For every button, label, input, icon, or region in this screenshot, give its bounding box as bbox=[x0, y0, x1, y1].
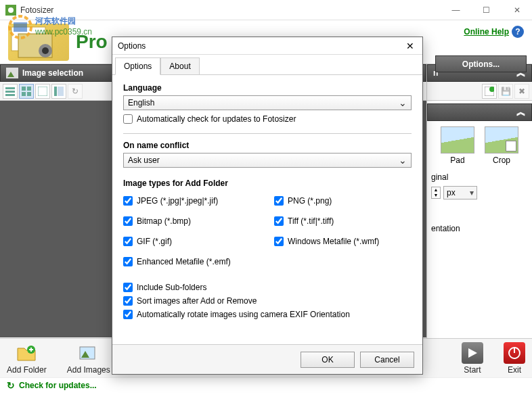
refresh-button[interactable]: ↻ bbox=[68, 84, 83, 99]
conflict-heading: On name conflict bbox=[123, 141, 412, 150]
svg-rect-20 bbox=[54, 87, 57, 96]
mode-thumbs: Pad Crop bbox=[427, 121, 532, 170]
check-updates-link[interactable]: Check for updates... bbox=[19, 381, 97, 390]
type-bitmap-checkbox[interactable]: Bitmap (*.bmp) bbox=[123, 216, 261, 226]
type-png-checkbox[interactable]: PNG (*.png) bbox=[274, 196, 412, 206]
close-button[interactable]: ✕ bbox=[502, 0, 532, 20]
sort-after-checkbox[interactable]: Sort images after Add or Remove bbox=[123, 296, 412, 306]
ok-button[interactable]: OK bbox=[301, 352, 355, 368]
tab-about[interactable]: About bbox=[160, 57, 199, 75]
status-bar: ↻ Check for updates... bbox=[0, 377, 532, 392]
exit-button[interactable]: Exit bbox=[504, 342, 525, 375]
online-help-link[interactable]: Online Help? bbox=[464, 26, 524, 38]
options-button[interactable]: Options... bbox=[435, 55, 527, 72]
svg-point-9 bbox=[42, 47, 49, 54]
type-wmf-checkbox[interactable]: Windows Metafile (*.wmf) bbox=[274, 237, 412, 246]
window-titlebar: Fotosizer — ☐ ✕ bbox=[0, 0, 532, 20]
original-label-row: ginal bbox=[427, 170, 532, 184]
orientation-label-row: entation bbox=[427, 222, 532, 235]
dialog-footer: OK Cancel bbox=[112, 344, 422, 374]
image-selection-label: Image selection bbox=[22, 68, 83, 78]
view-grid-button[interactable] bbox=[19, 84, 34, 99]
cancel-button[interactable]: Cancel bbox=[360, 352, 414, 368]
type-emf-checkbox[interactable]: Enhanced Metafile (*.emf) bbox=[123, 257, 261, 266]
dialog-close-button[interactable]: ✕ bbox=[403, 39, 417, 53]
crop-mode[interactable]: Crop bbox=[483, 126, 520, 165]
dialog-body: Language English Automatically check for… bbox=[112, 75, 422, 344]
types-heading: Image types for Add Folder bbox=[123, 179, 412, 188]
dialog-tabs: Options About bbox=[112, 55, 422, 75]
help-icon: ? bbox=[512, 26, 524, 38]
view-detail-button[interactable] bbox=[35, 84, 50, 99]
tab-options[interactable]: Options bbox=[115, 57, 160, 75]
svg-marker-27 bbox=[468, 348, 477, 358]
profile-toolbar: 💾 ✖ bbox=[427, 82, 532, 101]
app-icon bbox=[5, 5, 16, 16]
include-subfolders-checkbox[interactable]: Include Sub-folders bbox=[123, 283, 412, 292]
view-list-button[interactable] bbox=[3, 84, 18, 99]
dialog-title: Options bbox=[118, 41, 403, 51]
type-tiff-checkbox[interactable]: Tiff (*.tif|*.tiff) bbox=[274, 216, 412, 226]
add-folder-button[interactable]: Add Folder bbox=[7, 342, 47, 375]
auto-check-updates-checkbox[interactable]: Automatically check for updates to Fotos… bbox=[123, 114, 412, 124]
auto-rotate-checkbox[interactable]: Automatically rotate images using camera… bbox=[123, 310, 412, 319]
add-images-button[interactable]: Add Images bbox=[67, 342, 110, 375]
app-name-text: Pro bbox=[76, 31, 108, 53]
svg-rect-14 bbox=[5, 94, 15, 96]
spinner[interactable]: ▲▼ bbox=[431, 187, 441, 199]
delete-profile-button[interactable]: ✖ bbox=[514, 84, 529, 99]
svg-rect-16 bbox=[27, 87, 31, 91]
dialog-titlebar: Options ✕ bbox=[112, 37, 422, 55]
app-logo bbox=[8, 24, 69, 61]
language-select[interactable]: English bbox=[123, 95, 412, 110]
svg-point-1 bbox=[8, 7, 14, 13]
start-button[interactable]: Start bbox=[462, 342, 483, 375]
svg-rect-13 bbox=[5, 91, 15, 93]
size-input-row: ▲▼ px bbox=[427, 184, 532, 202]
svg-rect-18 bbox=[27, 92, 31, 96]
add-profile-button[interactable] bbox=[482, 84, 497, 99]
options-dialog: Options ✕ Options About Language English… bbox=[112, 37, 423, 375]
conflict-select[interactable]: Ask user bbox=[123, 153, 412, 168]
minimize-button[interactable]: — bbox=[441, 0, 471, 20]
svg-rect-21 bbox=[58, 87, 64, 96]
svg-rect-12 bbox=[5, 87, 15, 89]
refresh-icon: ↻ bbox=[7, 380, 15, 391]
window-title: Fotosizer bbox=[20, 5, 441, 15]
size-panel-header[interactable]: ︽ bbox=[427, 103, 532, 121]
save-profile-button[interactable]: 💾 bbox=[498, 84, 513, 99]
type-gif-checkbox[interactable]: GIF (*.gif) bbox=[123, 237, 261, 246]
svg-rect-17 bbox=[22, 92, 26, 96]
type-jpeg-checkbox[interactable]: JPEG (*.jpg|*.jpeg|*.jif) bbox=[123, 196, 261, 206]
unit-select[interactable]: px bbox=[443, 186, 477, 199]
image-icon bbox=[6, 68, 18, 78]
svg-rect-15 bbox=[22, 87, 26, 91]
view-thumb-button[interactable] bbox=[51, 84, 66, 99]
collapse-icon[interactable]: ︽ bbox=[516, 106, 526, 118]
maximize-button[interactable]: ☐ bbox=[471, 0, 502, 20]
language-heading: Language bbox=[123, 83, 412, 93]
pad-mode[interactable]: Pad bbox=[439, 126, 476, 165]
svg-rect-19 bbox=[38, 87, 47, 96]
